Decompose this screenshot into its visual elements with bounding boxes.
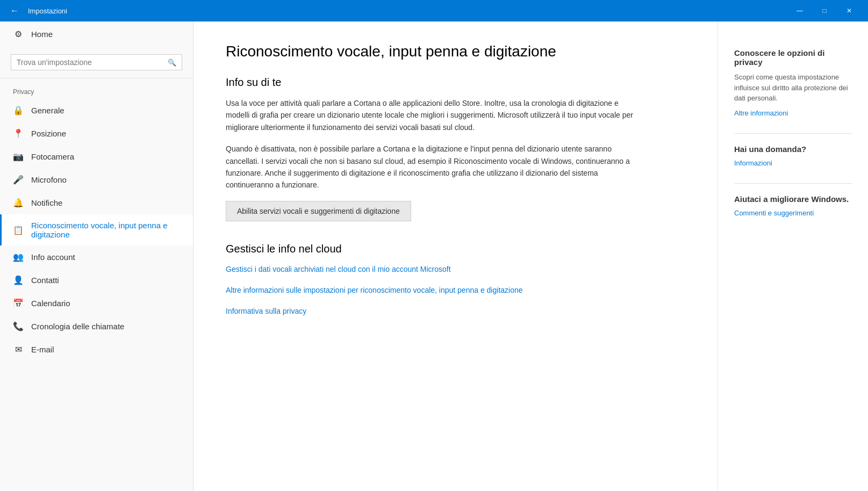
paragraph1: Usa la voce per attività quali parlare a… (226, 97, 634, 133)
sidebar-item-generale[interactable]: 🔒 Generale (0, 99, 193, 122)
account-icon: 👥 (13, 252, 24, 262)
maximize-button[interactable]: □ (812, 0, 837, 21)
main-content: Riconoscimento vocale, input penna e dig… (193, 21, 718, 491)
location-icon: 📍 (13, 128, 24, 139)
microfono-label: Microfono (31, 175, 67, 184)
right-divider1 (734, 133, 852, 134)
enable-services-button[interactable]: Abilita servizi vocali e suggerimenti di… (226, 201, 411, 221)
search-box[interactable]: 🔍 (11, 54, 182, 70)
calendario-label: Calendario (31, 299, 70, 308)
search-input[interactable] (17, 58, 168, 67)
info-account-label: Info account (31, 252, 75, 262)
privacy-section-label: Privacy (0, 81, 193, 99)
cronologia-label: Cronologia delle chiamate (31, 322, 124, 331)
search-icon: 🔍 (168, 59, 176, 67)
notification-icon: 🔔 (13, 198, 24, 208)
notifiche-label: Notifiche (31, 198, 62, 207)
riconoscimento-label: Riconoscimento vocale, input penna e dig… (31, 221, 180, 239)
mic-icon: 🎤 (13, 175, 24, 185)
email-icon: ✉ (13, 344, 24, 355)
manage-cloud-link[interactable]: Gestisci i dati vocali archiviati nel cl… (226, 264, 685, 275)
search-container: 🔍 (0, 47, 193, 76)
email-label: E-mail (31, 345, 54, 354)
right-divider2 (734, 183, 852, 184)
privacy-options-title: Conoscere le opzioni di privacy (734, 48, 852, 67)
paragraph2: Quando è disattivata, non è possibile pa… (226, 143, 634, 191)
close-button[interactable]: ✕ (837, 0, 862, 21)
call-history-icon: 📞 (13, 321, 24, 331)
app-title: Impostazioni (28, 7, 787, 15)
sidebar-item-contatti[interactable]: 👤 Contatti (0, 269, 193, 292)
generale-label: Generale (31, 106, 64, 115)
sidebar-item-info-account[interactable]: 👥 Info account (0, 246, 193, 269)
sidebar-item-microfono[interactable]: 🎤 Microfono (0, 168, 193, 191)
titlebar: ← Impostazioni — □ ✕ (0, 0, 868, 21)
home-label: Home (31, 30, 53, 39)
sidebar-item-posizione[interactable]: 📍 Posizione (0, 122, 193, 145)
fotocamera-label: Fotocamera (31, 152, 74, 161)
sidebar-item-notifiche[interactable]: 🔔 Notifiche (0, 191, 193, 214)
sidebar-item-fotocamera[interactable]: 📷 Fotocamera (0, 145, 193, 168)
calendar-icon: 📅 (13, 298, 24, 308)
improve-windows-title: Aiutaci a migliorare Windows. (734, 194, 852, 204)
cloud-section: Gestisci le info nel cloud Gestisci i da… (226, 243, 685, 317)
speech-icon: 📋 (13, 225, 24, 235)
camera-icon: 📷 (13, 151, 24, 162)
privacy-policy-link[interactable]: Informativa sulla privacy (226, 306, 685, 317)
posizione-label: Posizione (31, 129, 66, 138)
lock-icon: 🔒 (13, 105, 24, 115)
sidebar: ⚙ Home 🔍 Privacy 🔒 Generale 📍 Posizione … (0, 21, 193, 491)
privacy-options-body: Scopri come questa impostazione influisc… (734, 72, 852, 104)
feedback-link[interactable]: Commenti e suggerimenti (734, 209, 852, 217)
contacts-icon: 👤 (13, 275, 24, 285)
sidebar-divider-top (0, 78, 193, 78)
window-controls: — □ ✕ (787, 0, 862, 21)
question-title: Hai una domanda? (734, 145, 852, 154)
more-info-link[interactable]: Altre informazioni sulle impostazioni pe… (226, 285, 685, 296)
sidebar-item-calendario[interactable]: 📅 Calendario (0, 292, 193, 315)
sidebar-item-email[interactable]: ✉ E-mail (0, 338, 193, 361)
section1-title: Info su di te (226, 76, 685, 89)
minimize-button[interactable]: — (787, 0, 812, 21)
more-info-right-link[interactable]: Altre informazioni (734, 109, 852, 117)
page-title: Riconoscimento vocale, input penna e dig… (226, 43, 685, 60)
sidebar-item-cronologia[interactable]: 📞 Cronologia delle chiamate (0, 315, 193, 338)
contatti-label: Contatti (31, 276, 59, 285)
back-button[interactable]: ← (6, 3, 23, 19)
right-panel: Conoscere le opzioni di privacy Scopri c… (718, 21, 868, 491)
informazioni-link[interactable]: Informazioni (734, 159, 852, 167)
sidebar-item-riconoscimento[interactable]: 📋 Riconoscimento vocale, input penna e d… (0, 214, 193, 246)
section2-title: Gestisci le info nel cloud (226, 243, 685, 255)
sidebar-item-home[interactable]: ⚙ Home (0, 21, 193, 47)
home-icon: ⚙ (13, 29, 24, 39)
